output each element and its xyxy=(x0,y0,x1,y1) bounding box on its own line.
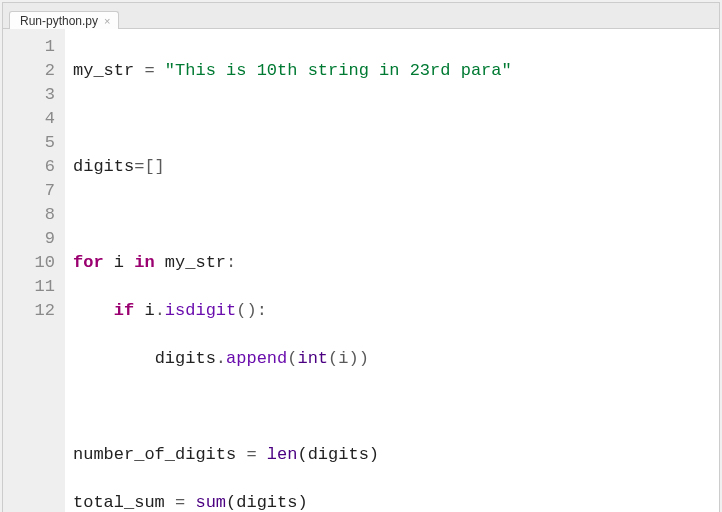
line-number: 8 xyxy=(3,203,55,227)
line-number: 11 xyxy=(3,275,55,299)
code-line: digits.append(int(i)) xyxy=(73,347,709,371)
code-line: for i in my_str: xyxy=(73,251,709,275)
editor-body: 1 2 3 4 5 6 7 8 9 10 11 12 my_str = "Thi… xyxy=(3,29,719,512)
code-line xyxy=(73,395,709,419)
code-line xyxy=(73,107,709,131)
code-line: number_of_digits = len(digits) xyxy=(73,443,709,467)
editor-panel: Run-python.py × 1 2 3 4 5 6 7 8 9 10 11 … xyxy=(2,2,720,512)
line-number-gutter: 1 2 3 4 5 6 7 8 9 10 11 12 xyxy=(3,29,65,512)
line-number: 4 xyxy=(3,107,55,131)
line-number: 7 xyxy=(3,179,55,203)
code-area[interactable]: my_str = "This is 10th string in 23rd pa… xyxy=(65,29,719,512)
line-number: 10 xyxy=(3,251,55,275)
code-line: if i.isdigit(): xyxy=(73,299,709,323)
line-number: 5 xyxy=(3,131,55,155)
line-number: 9 xyxy=(3,227,55,251)
line-number: 3 xyxy=(3,83,55,107)
code-line: digits=[] xyxy=(73,155,709,179)
code-line: total_sum = sum(digits) xyxy=(73,491,709,512)
editor-tab-bar: Run-python.py × xyxy=(3,3,719,29)
line-number: 6 xyxy=(3,155,55,179)
code-line: my_str = "This is 10th string in 23rd pa… xyxy=(73,59,709,83)
line-number: 1 xyxy=(3,35,55,59)
close-icon[interactable]: × xyxy=(104,16,110,27)
code-line xyxy=(73,203,709,227)
line-number: 12 xyxy=(3,299,55,323)
editor-tab-label: Run-python.py xyxy=(20,14,98,28)
editor-tab[interactable]: Run-python.py × xyxy=(9,11,119,29)
line-number: 2 xyxy=(3,59,55,83)
